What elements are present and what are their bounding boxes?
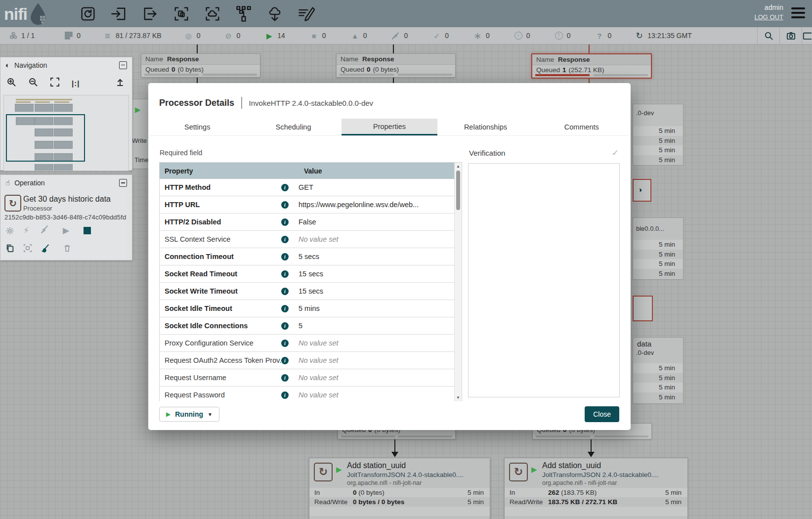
property-row[interactable]: Request UsernameiNo value set <box>160 369 454 387</box>
funnel-component-icon[interactable] <box>235 5 253 23</box>
info-icon[interactable]: i <box>281 253 289 260</box>
dialog-subtitle: InvokeHTTP 2.4.0-stackable0.0.0-dev <box>249 99 374 107</box>
status-count: 0 <box>526 32 530 40</box>
logout-link[interactable]: LOG OUT <box>754 13 783 21</box>
connection-label[interactable]: NameResponse Queued0(0 bytes) <box>141 53 260 78</box>
process-group-component-icon[interactable] <box>172 5 190 23</box>
info-icon[interactable]: i <box>281 305 289 312</box>
info-icon[interactable]: i <box>281 357 289 364</box>
global-menu-icon[interactable] <box>791 7 805 18</box>
start-icon[interactable]: ▶ <box>63 225 81 236</box>
property-row[interactable]: Connection Timeouti5 secs <box>160 248 454 265</box>
info-icon[interactable]: i <box>281 270 289 278</box>
zoom-fit-icon[interactable] <box>50 77 60 89</box>
snippet-button[interactable] <box>780 31 802 41</box>
check-icon[interactable]: ✓ <box>612 148 619 158</box>
scrollbar-thumb[interactable] <box>456 171 460 210</box>
info-icon[interactable]: i <box>281 201 289 209</box>
property-row[interactable]: HTTP URLihttps://www.pegelonline.wsv.de/… <box>160 196 454 214</box>
configure-icon[interactable] <box>5 226 23 235</box>
property-row[interactable]: Socket Idle Timeouti5 mins <box>160 300 454 317</box>
processor-add-station-uuid[interactable]: ↻ ▶ Add station_uuid JoltTransformJSON 2… <box>309 458 490 519</box>
property-row[interactable]: Proxy Configuration ServiceiNo value set <box>160 335 454 352</box>
input-port-component-icon[interactable] <box>110 5 128 23</box>
alert-icon: ! <box>555 32 563 40</box>
tab-relationships[interactable]: Relationships <box>437 119 533 135</box>
birdseye-minimap[interactable] <box>3 95 129 171</box>
list-icon: ≡ <box>103 32 112 40</box>
queued-count: 0 <box>367 66 371 73</box>
tab-settings[interactable]: Settings <box>149 119 245 135</box>
property-row[interactable]: Socket Read Timeouti15 secs <box>160 265 454 283</box>
output-port-component-icon[interactable] <box>141 5 159 23</box>
tab-scheduling[interactable]: Scheduling <box>245 119 341 135</box>
connection-label-selected[interactable]: NameResponse Queued1(252.71 KB) <box>531 53 652 79</box>
close-button[interactable]: Close <box>585 406 619 422</box>
info-icon[interactable]: i <box>281 288 289 295</box>
collapse-navigation-icon[interactable] <box>119 61 127 69</box>
info-icon[interactable]: i <box>281 391 289 399</box>
group-icon[interactable] <box>23 244 41 253</box>
selected-connection-fragment[interactable] <box>633 296 653 321</box>
processor-fragment[interactable]: ble0.0.0... 5 min 5 min 5 min 5 min <box>633 217 684 280</box>
info-icon[interactable]: i <box>281 218 289 226</box>
run-state-button[interactable]: ▶ Running ▼ <box>159 407 219 422</box>
info-icon[interactable]: i <box>281 374 289 382</box>
parameter-context-component-icon[interactable] <box>266 5 284 23</box>
stop-icon[interactable] <box>84 227 101 234</box>
enable-icon[interactable]: ⚡ <box>23 225 41 236</box>
nifi-app: NameResponse Queued0(0 bytes) NameRespon… <box>0 0 812 519</box>
processor-fragment[interactable]: data .0-dev 5 min 5 min 5 min 5 min <box>633 337 684 404</box>
property-row[interactable]: Socket Write Timeouti15 secs <box>160 283 454 300</box>
running-count: 14 <box>277 32 285 40</box>
processor-component-icon[interactable] <box>79 5 97 23</box>
nifi-logo[interactable]: nifi <box>4 2 68 25</box>
property-row[interactable]: HTTP/2 DisablediFalse <box>160 214 454 231</box>
delete-icon[interactable] <box>63 244 81 253</box>
upload-icon: ↑ <box>514 32 522 40</box>
processor-add-station-uuid[interactable]: ↻ ▶ Add station_uuid JoltTransformJSON 2… <box>504 458 688 519</box>
tab-comments[interactable]: Comments <box>534 119 630 135</box>
processor-fragment[interactable]: .0-dev 5 min 5 min 5 min 5 min <box>633 104 684 166</box>
color-brush-icon[interactable] <box>41 244 59 253</box>
scroll-down-icon[interactable]: ▼ <box>455 395 462 400</box>
processor-icon: ↻ <box>509 463 528 481</box>
zoom-out-icon[interactable] <box>28 77 38 89</box>
info-icon[interactable]: i <box>281 340 289 347</box>
disable-icon[interactable]: ⚡ <box>41 225 59 236</box>
info-icon[interactable]: i <box>281 236 289 243</box>
info-icon[interactable]: i <box>281 184 289 191</box>
zoom-actual-icon[interactable]: |:| <box>72 79 80 87</box>
table-scrollbar[interactable]: ▲ ▼ <box>454 163 462 401</box>
property-row[interactable]: Socket Idle Connectionsi5 <box>160 317 454 335</box>
property-row[interactable]: HTTP MethodiGET <box>160 179 454 196</box>
minimap-viewport[interactable] <box>6 114 85 162</box>
processor-type-fragment: .0-dev <box>636 109 654 117</box>
search-icon <box>764 31 773 41</box>
collapse-operation-icon[interactable] <box>119 179 127 187</box>
leave-group-icon[interactable] <box>115 77 125 89</box>
info-icon[interactable]: i <box>281 322 289 330</box>
extra-toolbar-button[interactable] <box>802 31 812 41</box>
copy-icon[interactable] <box>5 244 23 253</box>
scroll-up-icon[interactable]: ▲ <box>455 164 462 169</box>
valid-icon: ✓ <box>432 32 441 40</box>
compass-icon: ◐ <box>5 61 10 69</box>
property-row[interactable]: Request PasswordiNo value set <box>160 387 454 401</box>
operation-panel: ☝ Operation ↻ Get 30 days historic data … <box>0 174 132 260</box>
property-row[interactable]: Request OAuth2 Access Token Prov...iNo v… <box>160 352 454 369</box>
zoom-in-icon[interactable] <box>6 77 16 89</box>
queued-size: (0 bytes) <box>178 66 204 73</box>
label-component-icon[interactable] <box>297 5 315 23</box>
processor-type: JoltTransformJSON 2.4.0-stackable0.... <box>542 471 659 478</box>
connection-label[interactable]: NameResponse Queued0(0 bytes) <box>336 53 456 78</box>
tab-properties[interactable]: Properties <box>342 119 437 135</box>
refresh-icon[interactable]: ↻ <box>635 32 643 40</box>
search-button[interactable] <box>758 31 779 41</box>
remote-process-group-component-icon[interactable] <box>204 5 221 23</box>
connection-line-highlighted <box>589 44 590 53</box>
property-row[interactable]: SSL Context ServiceiNo value set <box>160 231 454 248</box>
processor-bundle: org.apache.nifi - nifi-jolt-nar <box>542 479 617 486</box>
stat-window: 5 min <box>468 498 484 506</box>
selected-processor-fragment[interactable]: ◑ <box>633 179 651 202</box>
